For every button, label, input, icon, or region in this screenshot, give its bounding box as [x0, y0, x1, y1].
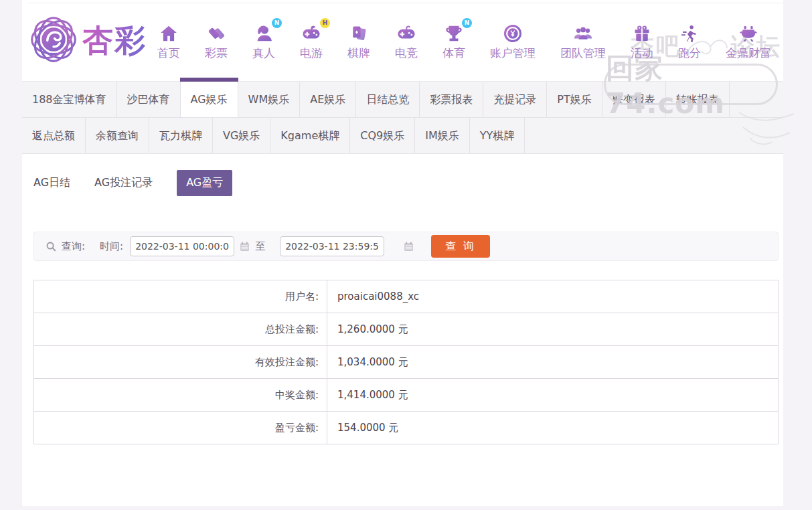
tab-account-change-report[interactable]: 账变报表 — [602, 82, 666, 117]
tab-deposit-withdraw-records[interactable]: 充提记录 — [483, 82, 547, 117]
subtab-ag-daily[interactable]: AG日结 — [33, 176, 70, 190]
tab-cq9-entertainment[interactable]: CQ9娱乐 — [350, 118, 415, 153]
nav-item-paofen[interactable]: 跑分 — [678, 21, 701, 61]
time-label: 时间: — [100, 240, 123, 253]
query-button[interactable]: 查 询 — [431, 235, 490, 258]
table-row-profit-loss: 盈亏金额: 154.0000 元 — [34, 412, 779, 444]
nav-item-golden-wealth[interactable]: 金鼎财富 — [726, 21, 771, 61]
end-datetime-input[interactable] — [280, 236, 384, 256]
subtab-ag-profit-loss[interactable]: AG盈亏 — [177, 170, 232, 196]
brand-rosette-icon — [29, 15, 78, 67]
tab-pt-entertainment[interactable]: PT娱乐 — [547, 82, 602, 117]
tab-wm-entertainment[interactable]: WM娱乐 — [238, 82, 301, 117]
row-value: proaicai0088_xc — [327, 280, 779, 313]
new-badge: N — [272, 18, 282, 28]
nav-item-account-management[interactable]: 账户管理 — [490, 21, 536, 61]
subtab-ag-bet-records[interactable]: AG投注记录 — [94, 176, 153, 190]
nav-item-esports[interactable]: 电竞 — [395, 21, 418, 61]
nav-item-slots[interactable]: H 电游 — [300, 21, 323, 61]
tab-transfer-report[interactable]: 转账报表 — [666, 82, 730, 117]
row-label: 用户名: — [34, 280, 327, 313]
row-label: 有效投注金额: — [34, 346, 327, 379]
report-tabs-row2: 返点总额 余额查询 瓦力棋牌 VG娱乐 Kgame棋牌 CQ9娱乐 IM娱乐 Y… — [22, 118, 783, 153]
tab-rebate-total[interactable]: 返点总额 — [22, 118, 86, 153]
row-value: 1,414.0000 元 — [327, 379, 779, 412]
runner-icon — [679, 21, 700, 44]
table-row-username: 用户名: proaicai0088_xc — [34, 280, 779, 313]
tab-wali-cards[interactable]: 瓦力棋牌 — [149, 118, 213, 153]
live-dealer-icon: N — [254, 21, 274, 44]
tab-vg-entertainment[interactable]: VG娱乐 — [213, 118, 270, 153]
tab-shaba-sports[interactable]: 沙巴体育 — [117, 82, 181, 117]
nav-item-promotions[interactable]: 活动 — [631, 21, 653, 61]
tab-ae-entertainment[interactable]: AE娱乐 — [300, 82, 356, 117]
cards-icon — [349, 21, 369, 44]
profit-loss-table: 用户名: proaicai0088_xc 总投注金额: 1,260.0000 元… — [33, 280, 779, 444]
query-panel: 查询: 时间: 至 查 询 — [33, 232, 779, 261]
tab-188-sports[interactable]: 188金宝博体育 — [22, 82, 117, 117]
treasure-ding-icon — [738, 21, 758, 44]
nav-item-home[interactable]: 首页 — [157, 21, 180, 61]
tab-yy-cards[interactable]: YY棋牌 — [470, 118, 525, 153]
tab-daily-summary[interactable]: 日结总览 — [356, 82, 420, 117]
calendar-icon[interactable] — [403, 241, 414, 252]
nav-item-live[interactable]: N 真人 — [252, 21, 275, 61]
new-badge: N — [462, 18, 472, 28]
table-row-winnings: 中奖金额: 1,414.0000 元 — [34, 379, 779, 412]
tab-ag-entertainment[interactable]: AG娱乐 — [181, 82, 238, 117]
nav-item-team-management[interactable]: 团队管理 — [560, 21, 606, 61]
report-tabs-row1: 188金宝博体育 沙巴体育 AG娱乐 WM娱乐 AE娱乐 日结总览 彩票报表 充… — [22, 82, 783, 118]
tab-im-entertainment[interactable]: IM娱乐 — [415, 118, 470, 153]
main-nav: 首页 彩票 N 真人 H 电游 — [157, 21, 771, 61]
page-content: 杏彩 首页 彩票 N 真人 — [22, 0, 783, 506]
brand-name: 杏彩 — [82, 20, 147, 62]
table-row-total-bet: 总投注金额: 1,260.0000 元 — [34, 313, 779, 346]
gift-icon — [633, 21, 651, 44]
report-tabs: 188金宝博体育 沙巴体育 AG娱乐 WM娱乐 AE娱乐 日结总览 彩票报表 充… — [22, 81, 783, 154]
table-row-valid-bet: 有效投注金额: 1,034.0000 元 — [34, 346, 779, 379]
ag-subtabs: AG日结 AG投注记录 AG盈亏 — [22, 154, 783, 196]
query-label: 查询: — [62, 240, 85, 253]
tab-balance-query[interactable]: 余额查询 — [86, 118, 149, 153]
top-nav-bar: 杏彩 首页 彩票 N 真人 — [22, 0, 783, 81]
home-icon — [159, 21, 179, 44]
row-value: 1,034.0000 元 — [327, 346, 779, 379]
start-datetime-input[interactable] — [130, 236, 234, 256]
nav-item-sports[interactable]: N 体育 — [442, 21, 465, 61]
row-label: 盈亏金额: — [34, 412, 327, 444]
row-value: 154.0000 元 — [327, 412, 779, 444]
calendar-icon[interactable] — [239, 241, 250, 252]
esports-gamepad-icon — [396, 21, 417, 44]
sports-trophy-icon: N — [444, 21, 464, 44]
row-label: 中奖金额: — [34, 379, 327, 412]
nav-item-lottery[interactable]: 彩票 — [205, 21, 228, 61]
to-label: 至 — [255, 240, 265, 253]
team-icon — [572, 21, 594, 44]
search-icon — [46, 241, 57, 252]
account-coin-icon — [503, 21, 523, 44]
lottery-tickets-icon — [206, 21, 226, 44]
row-value: 1,260.0000 元 — [327, 313, 779, 346]
brand-logo[interactable]: 杏彩 — [29, 15, 147, 67]
row-label: 总投注金额: — [34, 313, 327, 346]
nav-item-cards[interactable]: 棋牌 — [347, 21, 370, 61]
tab-kgame-cards[interactable]: Kgame棋牌 — [270, 118, 350, 153]
hot-badge: H — [320, 18, 330, 28]
tab-lottery-report[interactable]: 彩票报表 — [420, 82, 483, 117]
slots-gamepad-icon: H — [301, 21, 322, 44]
